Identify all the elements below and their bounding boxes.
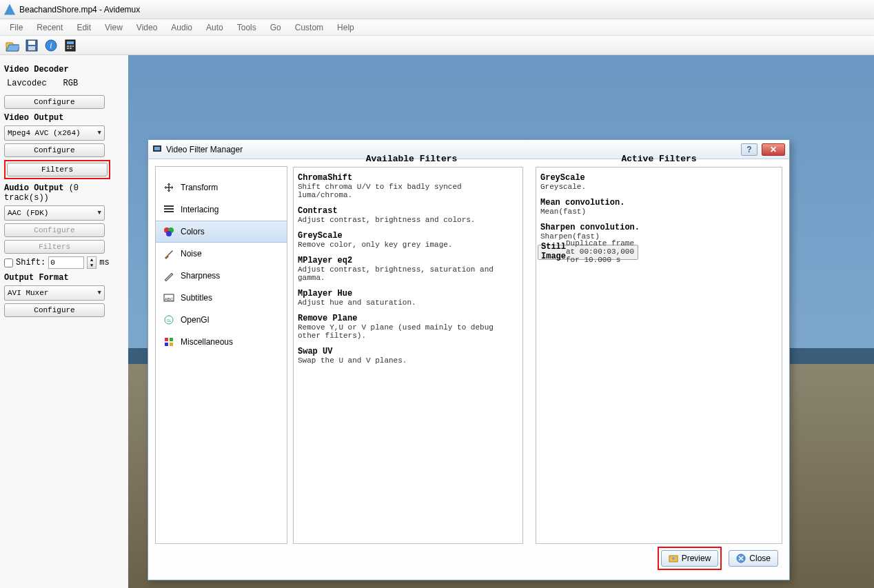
menu-auto[interactable]: Auto: [199, 21, 230, 34]
filter-desc: Adjust contrast, brightness and colors.: [298, 216, 518, 224]
output-configure-button[interactable]: Configure: [4, 303, 105, 317]
calculator-icon[interactable]: [63, 39, 77, 52]
dialog-title: Video Filter Manager: [166, 145, 243, 154]
decoder-colorspace: RGB: [63, 79, 79, 88]
save-icon[interactable]: [25, 39, 39, 52]
menu-audio[interactable]: Audio: [164, 21, 199, 34]
menu-help[interactable]: Help: [330, 21, 361, 34]
output-format-select[interactable]: AVI Muxer▼: [4, 285, 105, 301]
open-icon[interactable]: [6, 39, 19, 52]
category-label: Miscellaneous: [181, 337, 233, 347]
filter-desc: Swap the U and V planes.: [298, 356, 518, 365]
filter-name: Mean convolution.: [540, 198, 778, 207]
dialog-icon: [152, 143, 162, 155]
gl-icon: GL: [163, 314, 175, 326]
active-filter-item[interactable]: GreyScaleGreyscale.: [538, 170, 780, 195]
svg-text:ABC: ABC: [165, 297, 174, 301]
filter-desc: Remove color, only key grey image.: [298, 241, 518, 249]
svg-rect-16: [164, 211, 174, 212]
svg-rect-14: [164, 205, 174, 207]
svg-rect-8: [70, 45, 72, 47]
active-filter-item[interactable]: Mean convolution.Mean(fast): [538, 195, 780, 220]
shift-input[interactable]: [48, 256, 84, 269]
available-filter-item[interactable]: MPlayer eq2Adjust contrast, brightness, …: [295, 253, 521, 286]
close-icon: [736, 554, 746, 563]
active-filters-title: Active Filters: [536, 154, 782, 164]
audio-codec-select[interactable]: AAC (FDK)▼: [4, 205, 105, 221]
svg-rect-24: [165, 338, 168, 341]
chevron-down-icon: ▼: [98, 210, 101, 216]
blade-icon: [163, 270, 175, 282]
available-filter-item[interactable]: ChromaShiftShift chroma U/V to fix badly…: [295, 170, 521, 203]
menu-tools[interactable]: Tools: [230, 21, 263, 34]
preview-button[interactable]: Preview: [661, 550, 719, 567]
category-noise[interactable]: Noise: [156, 243, 287, 265]
available-filter-item[interactable]: Mplayer HueAdjust hue and saturation.: [295, 286, 521, 311]
video-configure-button[interactable]: Configure: [4, 143, 105, 157]
category-label: Subtitles: [181, 293, 212, 303]
balls-icon: [163, 225, 175, 238]
available-filter-item[interactable]: GreyScaleRemove color, only key grey ima…: [295, 228, 521, 253]
audio-configure-button[interactable]: Configure: [4, 223, 105, 237]
chevron-down-icon: ▼: [98, 130, 101, 136]
menu-custom[interactable]: Custom: [288, 21, 330, 34]
filter-name: ChromaShift: [298, 173, 518, 183]
decoder-codec: Lavcodec: [7, 79, 47, 88]
filter-desc: Duplicate frame at 00:00:03,000 for 10.0…: [566, 239, 635, 264]
decoder-configure-button[interactable]: Configure: [4, 95, 105, 109]
filter-desc: Adjust hue and saturation.: [298, 298, 518, 307]
filter-name: GreyScale: [540, 173, 778, 183]
category-colors[interactable]: Colors: [156, 221, 287, 243]
sidebar: Video Decoder Lavcodec RGB Configure Vid…: [0, 55, 128, 588]
svg-rect-1: [28, 41, 35, 45]
category-subtitles[interactable]: ABCSubtitles: [156, 287, 287, 309]
shift-checkbox[interactable]: [4, 258, 13, 267]
category-opengl[interactable]: GLOpenGl: [156, 309, 287, 331]
dialog-footer: Preview Close: [155, 544, 782, 573]
preview-highlight: Preview: [658, 547, 722, 570]
available-filter-item[interactable]: ContrastAdjust contrast, brightness and …: [295, 203, 521, 228]
chevron-down-icon: ▼: [98, 290, 101, 296]
arrows-icon: [163, 181, 175, 194]
app-logo-icon: [4, 4, 15, 15]
video-filters-button[interactable]: Filters: [7, 163, 108, 176]
svg-rect-10: [67, 48, 69, 49]
menu-file[interactable]: File: [3, 21, 30, 34]
filter-name: Sharpen convolution.: [540, 223, 778, 232]
filter-desc: Adjust contrast, brightness, saturation …: [298, 265, 518, 282]
menu-recent[interactable]: Recent: [30, 21, 70, 34]
available-filter-item[interactable]: Swap UVSwap the U and V planes.: [295, 344, 521, 369]
filters-highlight: Filters: [4, 160, 110, 179]
close-button[interactable]: Close: [729, 550, 778, 567]
filter-name: Swap UV: [298, 347, 518, 356]
video-decoder-title: Video Decoder: [4, 65, 124, 74]
category-transform[interactable]: Transform: [156, 176, 287, 199]
active-filter-item[interactable]: Still ImageDuplicate frame at 00:00:03,0…: [538, 245, 638, 260]
brush-icon: [163, 247, 175, 260]
category-label: Noise: [181, 249, 202, 258]
audio-filters-button[interactable]: Filters: [4, 240, 105, 254]
category-sharpness[interactable]: Sharpness: [156, 265, 287, 287]
filter-name: Still Image: [541, 242, 566, 261]
shift-label: Shift:: [16, 258, 45, 267]
svg-text:i: i: [50, 41, 52, 50]
svg-rect-25: [170, 338, 173, 341]
available-filter-item[interactable]: Remove PlaneRemove Y,U or V plane (used …: [295, 311, 521, 344]
category-interlacing[interactable]: Interlacing: [156, 199, 287, 221]
category-label: OpenGl: [181, 315, 209, 325]
info-icon[interactable]: i: [44, 39, 58, 52]
filter-name: Contrast: [298, 206, 518, 216]
video-codec-select[interactable]: Mpeg4 AVC (x264)▼: [4, 125, 105, 141]
output-format-title: Output Format: [4, 273, 124, 283]
menu-video[interactable]: Video: [130, 21, 164, 34]
category-miscellaneous[interactable]: Miscellaneous: [156, 331, 287, 353]
preview-icon: [669, 554, 678, 563]
filter-name: MPlayer eq2: [298, 256, 518, 265]
svg-rect-13: [154, 147, 160, 150]
menu-go[interactable]: Go: [263, 21, 288, 34]
filter-desc: Shift chroma U/V to fix badly synced lum…: [298, 183, 518, 199]
shift-stepper[interactable]: ▲▼: [87, 256, 96, 269]
filter-name: Remove Plane: [298, 314, 518, 323]
menu-view[interactable]: View: [98, 21, 130, 34]
menu-edit[interactable]: Edit: [70, 21, 98, 34]
